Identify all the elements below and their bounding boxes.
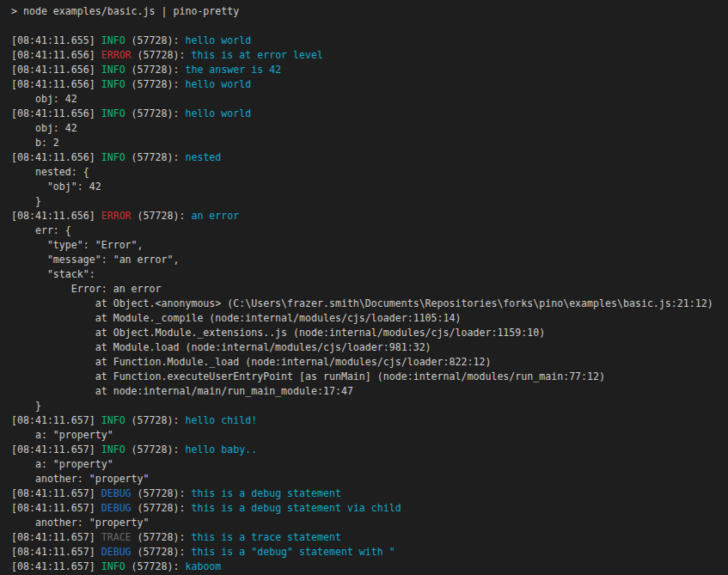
log-level: INFO [101, 560, 125, 572]
log-detail-text: another: "property" [11, 517, 150, 529]
command-text: > node examples/basic.js | pino-pretty [11, 5, 239, 17]
log-level: DEBUG [101, 546, 132, 558]
terminal-output: > node examples/basic.js | pino-pretty [… [0, 0, 728, 574]
log-detail-text: at Module._compile (node:internal/module… [11, 312, 462, 324]
log-message: hello world [185, 34, 251, 46]
log-detail-text: at Object.Module._extensions..js (node:i… [11, 327, 545, 339]
log-detail-line: at Function.executeUserEntryPoint [as ru… [11, 370, 728, 384]
log-message: an error [191, 210, 239, 222]
log-line: [08:41:11.657] DEBUG (57728): this is a … [11, 486, 728, 501]
log-timestamp: [08:41:11.656] [11, 107, 101, 119]
log-level: ERROR [101, 49, 132, 61]
log-detail-line: at Function.Module._load (node:internal/… [11, 355, 728, 370]
log-message: hello world [185, 107, 251, 119]
log-detail-text: "type": "Error", [11, 239, 144, 251]
log-timestamp: [08:41:11.656] [11, 78, 101, 90]
log-detail-text: err: { [11, 224, 71, 236]
log-detail-text: obj: 42 [11, 122, 77, 134]
log-line: [08:41:11.657] TRACE (57728): this is a … [11, 530, 728, 545]
log-detail-line: at Object.<anonymous> (C:\Users\frazer.s… [11, 297, 728, 311]
log-pid: (57728): [125, 151, 186, 163]
log-message: hello child! [185, 414, 257, 426]
log-detail-text: Error: an error [11, 283, 162, 295]
log-detail-text: at Object.<anonymous> (C:\Users\frazer.s… [11, 297, 713, 309]
log-pid: (57728): [125, 560, 186, 572]
log-level: INFO [101, 34, 125, 46]
log-detail-line: } [11, 194, 728, 209]
log-detail-line: at node:internal/main/run_main_module:17… [11, 384, 728, 399]
command-line: > node examples/basic.js | pino-pretty [11, 4, 728, 19]
log-level: INFO [101, 107, 125, 119]
log-level: DEBUG [101, 502, 132, 514]
log-detail-line: obj: 42 [11, 121, 728, 136]
log-detail-text: at Function.executeUserEntryPoint [as ru… [11, 370, 605, 382]
log-detail-line: "stack": [11, 267, 728, 282]
log-detail-text: } [11, 195, 41, 207]
log-pid: (57728): [132, 487, 192, 499]
log-detail-text: at Function.Module._load (node:internal/… [11, 356, 491, 368]
log-message: the answer is 42 [185, 64, 281, 76]
log-detail-text: another: "property" [11, 473, 150, 485]
log-detail-text: a: "property" [11, 458, 113, 470]
log-level: INFO [101, 78, 125, 90]
log-timestamp: [08:41:11.657] [11, 414, 101, 426]
log-pid: (57728): [125, 64, 186, 76]
log-timestamp: [08:41:11.657] [11, 443, 101, 456]
log-detail-text: "stack": [11, 268, 95, 280]
log-pid: (57728): [125, 34, 186, 46]
log-message: hello baby.. [185, 443, 257, 456]
log-pid: (57728): [132, 49, 192, 61]
log-timestamp: [08:41:11.656] [11, 64, 101, 76]
log-detail-line: another: "property" [11, 516, 728, 530]
log-timestamp: [08:41:11.657] [11, 502, 101, 514]
log-detail-line: } [11, 399, 728, 413]
log-pid: (57728): [132, 502, 192, 514]
log-detail-text: nested: { [11, 166, 89, 178]
blank-line [11, 19, 728, 34]
log-level: INFO [101, 151, 125, 163]
log-pid: (57728): [132, 531, 192, 543]
log-timestamp: [08:41:11.656] [11, 151, 101, 163]
log-pid: (57728): [132, 210, 192, 222]
log-line: [08:41:11.655] INFO (57728): hello world [11, 34, 728, 48]
log-level: INFO [101, 443, 125, 456]
log-line: [08:41:11.657] DEBUG (57728): this is a … [11, 545, 728, 560]
log-detail-line: a: "property" [11, 428, 728, 443]
log-message: kaboom [185, 560, 221, 572]
log-detail-line: "type": "Error", [11, 238, 728, 253]
terminal-window[interactable]: > node examples/basic.js | pino-pretty [… [0, 0, 728, 575]
log-timestamp: [08:41:11.657] [11, 560, 101, 572]
log-line: [08:41:11.656] INFO (57728): hello world [11, 77, 728, 92]
log-level: INFO [101, 414, 125, 426]
log-timestamp: [08:41:11.656] [11, 49, 101, 61]
log-line: [08:41:11.656] INFO (57728): the answer … [11, 63, 728, 77]
log-detail-line: a: "property" [11, 457, 728, 472]
log-detail-text: at Module.load (node:internal/modules/cj… [11, 341, 431, 353]
log-pid: (57728): [125, 107, 186, 119]
log-timestamp: [08:41:11.656] [11, 210, 101, 222]
log-level: INFO [101, 64, 125, 76]
log-message: this is a "debug" statement with " [191, 546, 395, 558]
log-timestamp: [08:41:11.655] [11, 34, 101, 46]
log-message: this is a debug statement [191, 487, 341, 499]
log-line: [08:41:11.656] INFO (57728): nested [11, 150, 728, 165]
log-message: this is a trace statement [191, 531, 341, 543]
log-detail-text: at node:internal/main/run_main_module:17… [11, 385, 353, 397]
log-detail-line: at Module._compile (node:internal/module… [11, 311, 728, 326]
log-line: [08:41:11.656] INFO (57728): hello world [11, 107, 728, 121]
log-level: TRACE [101, 531, 132, 543]
log-detail-text: a: "property" [11, 429, 113, 441]
log-detail-line: "obj": 42 [11, 180, 728, 194]
log-detail-line: err: { [11, 223, 728, 238]
log-pid: (57728): [125, 78, 186, 90]
log-message: this is a debug statement via child [191, 502, 401, 514]
log-level: ERROR [101, 210, 132, 222]
log-line: [08:41:11.656] ERROR (57728): an error [11, 209, 728, 223]
log-pid: (57728): [125, 443, 186, 456]
log-detail-text: b: 2 [11, 137, 59, 149]
log-line: [08:41:11.657] INFO (57728): hello child… [11, 413, 728, 428]
log-pid: (57728): [132, 546, 192, 558]
log-line: [08:41:11.657] INFO (57728): kaboom [11, 560, 728, 574]
log-pid: (57728): [125, 414, 186, 426]
log-timestamp: [08:41:11.657] [11, 546, 101, 558]
